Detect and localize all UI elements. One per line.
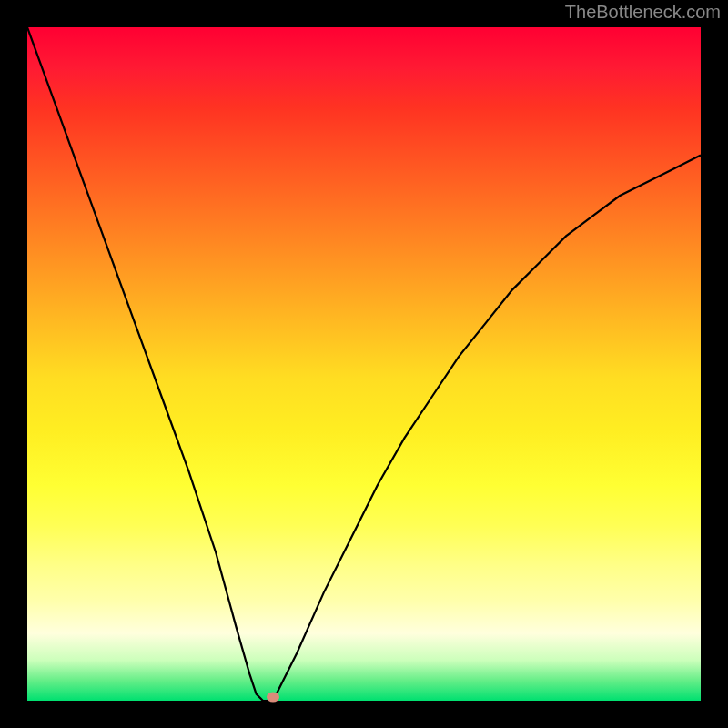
bottleneck-curve [27,27,701,701]
optimum-marker [267,693,279,703]
chart-container: TheBottleneck.com [0,0,728,728]
plot-area [27,27,701,701]
watermark-text: TheBottleneck.com [565,2,721,23]
